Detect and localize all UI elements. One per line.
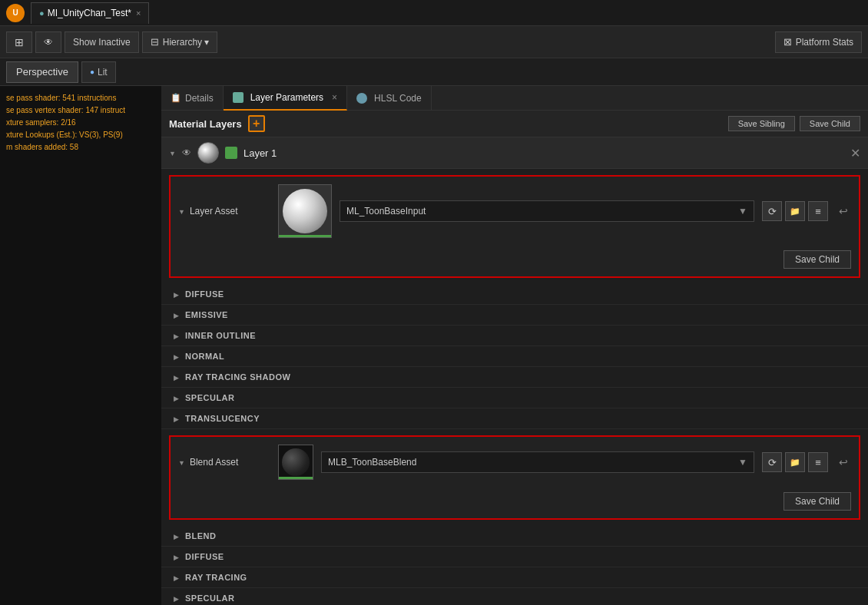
equalizer-icon: ≡ xyxy=(815,206,821,217)
section-emissive[interactable]: EMISSIVE xyxy=(161,305,868,326)
layer-asset-dropdown[interactable]: ML_ToonBaseInput ▼ xyxy=(340,200,754,222)
blend-asset-selector: MLB_ToonBaseBlend ▼ xyxy=(321,451,754,473)
section-blend-specular[interactable]: SPECULAR xyxy=(161,588,868,605)
layer-asset-undo-btn[interactable]: ↩ xyxy=(836,203,851,219)
section-inner-outline[interactable]: INNER OUTLINE xyxy=(161,326,868,346)
refresh-icon: ⟳ xyxy=(768,206,777,217)
blend-asset-dropdown-value: MLB_ToonBaseBlend xyxy=(328,457,416,468)
material-layers-header: Material Layers + Save Sibling Save Chil… xyxy=(161,111,868,137)
section-normal[interactable]: NORMAL xyxy=(161,346,868,367)
blend-asset-box: Blend Asset MLB_ToonBaseBlend ▼ xyxy=(169,435,860,520)
layer-expand-icon[interactable] xyxy=(169,147,176,158)
perspective-btn[interactable]: Perspective xyxy=(6,61,78,83)
section-ray-tracing-shadow[interactable]: RAY TRACING SHADOW xyxy=(161,367,868,388)
section-specular[interactable]: SPECULAR xyxy=(161,388,868,408)
hlsl-icon xyxy=(356,93,367,104)
inner-outline-expand-icon xyxy=(174,332,179,340)
layer-params-close[interactable]: × xyxy=(332,92,337,103)
layer-asset-label: Layer Asset xyxy=(178,206,270,217)
main-toolbar: ⊞ 👁 Show Inactive ⊟ Hierarchy ▾ ⊠ Platfo… xyxy=(0,26,868,58)
blend-undo-icon: ↩ xyxy=(839,456,848,468)
hierarchy-btn[interactable]: ⊟ Hierarchy ▾ xyxy=(142,31,218,53)
section-blend-ray-tracing[interactable]: RAY TRACING xyxy=(161,567,868,588)
hierarchy-label: Hierarchy ▾ xyxy=(163,37,210,48)
layer-asset-row: Layer Asset ML_ToonBaseInput ▼ xyxy=(178,184,851,238)
lit-icon: ● xyxy=(90,68,94,76)
layer-asset-equalizer-btn[interactable]: ≡ xyxy=(808,201,828,221)
layer-asset-thumb xyxy=(278,184,332,238)
lit-label: Lit xyxy=(98,67,108,78)
blend-asset-refresh-btn[interactable]: ⟳ xyxy=(762,452,782,472)
details-icon: 📋 xyxy=(171,93,181,103)
layer-asset-save-child-btn[interactable]: Save Child xyxy=(784,250,851,269)
stat-line-5: m shaders added: 58 xyxy=(6,141,155,154)
translucency-expand-icon xyxy=(174,415,179,423)
layer-close-icon[interactable] xyxy=(850,146,860,160)
tab-hlsl-code[interactable]: HLSL Code xyxy=(347,86,432,111)
blend-dropdown-arrow-icon: ▼ xyxy=(738,457,747,468)
stat-line-1: se pass shader: 541 instructions xyxy=(6,92,155,104)
ray-tracing-shadow-expand-icon xyxy=(174,373,179,382)
stat-line-3: xture samplers: 2/16 xyxy=(6,117,155,129)
blend-expand-icon xyxy=(174,532,179,541)
platform-stats-btn[interactable]: ⊠ Platform Stats xyxy=(775,31,862,53)
active-tab[interactable]: ● MI_UnityChan_Test* × xyxy=(31,2,149,24)
section-diffuse[interactable]: DIFFUSE xyxy=(161,284,868,305)
blend-ray-tracing-expand-icon xyxy=(174,574,179,582)
scroll-content[interactable]: Layer Asset ML_ToonBaseInput ▼ xyxy=(161,169,868,605)
blend-folder-icon: 📁 xyxy=(790,458,800,468)
layer-asset-dropdown-value: ML_ToonBaseInput xyxy=(346,206,426,217)
add-layer-btn[interactable]: + xyxy=(248,115,265,132)
blend-asset-undo-btn[interactable]: ↩ xyxy=(836,455,851,470)
layer-asset-green-bar xyxy=(279,235,331,237)
blend-asset-save-child-btn[interactable]: Save Child xyxy=(784,492,851,511)
blend-asset-dropdown[interactable]: MLB_ToonBaseBlend ▼ xyxy=(321,451,754,473)
save-child-header-btn[interactable]: Save Child xyxy=(800,116,860,131)
toggle-btn[interactable]: ⊞ xyxy=(6,31,32,53)
tab-label: MI_UnityChan_Test* xyxy=(48,8,131,18)
layer-visibility-icon[interactable] xyxy=(182,147,191,158)
blend-diffuse-expand-icon xyxy=(174,553,179,561)
layer-params-label: Layer Parameters xyxy=(250,92,323,103)
layer-name-label: Layer 1 xyxy=(244,147,844,159)
blend-equalizer-icon: ≡ xyxy=(815,457,821,468)
save-sibling-btn[interactable]: Save Sibling xyxy=(728,116,795,131)
normal-expand-icon xyxy=(174,352,179,361)
hierarchy-icon: ⊟ xyxy=(151,36,159,48)
eye-btn[interactable]: 👁 xyxy=(35,31,61,53)
layer-1-row: Layer 1 xyxy=(161,137,868,169)
right-panel: 📋 Details Layer Parameters × HLSL Code M… xyxy=(161,86,868,605)
stat-line-2: se pass vertex shader: 147 instruct xyxy=(6,104,155,117)
blend-asset-folder-btn[interactable]: 📁 xyxy=(785,452,805,472)
blend-asset-expand[interactable] xyxy=(178,457,185,468)
show-inactive-btn[interactable]: Show Inactive xyxy=(65,31,139,53)
section-translucency[interactable]: TRANSLUCENCY xyxy=(161,408,868,429)
blend-asset-text: Blend Asset xyxy=(190,457,238,468)
show-inactive-label: Show Inactive xyxy=(73,37,131,48)
layer-asset-box: Layer Asset ML_ToonBaseInput ▼ xyxy=(169,175,860,278)
hlsl-label: HLSL Code xyxy=(374,93,422,104)
tab-close-icon[interactable]: × xyxy=(136,8,141,18)
layer-asset-actions: ⟳ 📁 ≡ xyxy=(762,201,828,221)
section-blend-diffuse[interactable]: DIFFUSE xyxy=(161,547,868,567)
tab-details[interactable]: 📋 Details xyxy=(161,86,224,111)
layer-color-dot xyxy=(225,147,237,159)
tab-bar: U ● MI_UnityChan_Test* × xyxy=(0,0,868,26)
section-blend[interactable]: BLEND xyxy=(161,526,868,547)
material-layers-title: Material Layers xyxy=(169,118,242,130)
layer-asset-text: Layer Asset xyxy=(190,206,238,217)
folder-icon: 📁 xyxy=(790,207,800,217)
viewport-panel: se pass shader: 541 instructions se pass… xyxy=(0,86,161,605)
layer-asset-folder-btn[interactable]: 📁 xyxy=(785,201,805,221)
blend-asset-save-row: Save Child xyxy=(178,486,851,511)
blend-asset-equalizer-btn[interactable]: ≡ xyxy=(808,452,828,472)
tab-layer-parameters[interactable]: Layer Parameters × xyxy=(224,86,347,111)
layer-asset-expand[interactable] xyxy=(178,206,185,217)
stats-overlay: se pass shader: 541 instructions se pass… xyxy=(0,86,161,160)
lit-btn[interactable]: ● Lit xyxy=(81,61,116,83)
specular-expand-icon xyxy=(174,394,179,402)
eye-icon: 👁 xyxy=(44,37,53,48)
layer-asset-refresh-btn[interactable]: ⟳ xyxy=(762,201,782,221)
blend-asset-actions: ⟳ 📁 ≡ xyxy=(762,452,828,472)
details-label: Details xyxy=(185,93,214,104)
